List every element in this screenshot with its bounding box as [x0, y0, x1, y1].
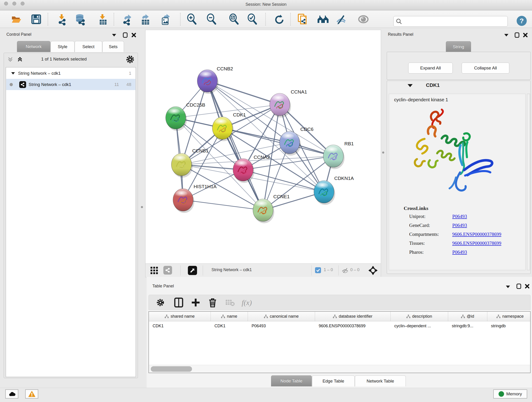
string-network-badge-icon[interactable] [163, 266, 172, 274]
tab-network[interactable]: Network [17, 41, 51, 52]
first-neighbors-icon[interactable] [317, 14, 329, 25]
float-panel-icon[interactable] [111, 32, 118, 38]
table-horizontal-scrollbar[interactable] [149, 365, 530, 373]
scrollbar-thumb[interactable] [151, 366, 192, 372]
import-network-file-icon[interactable] [56, 14, 67, 25]
hide-selected-icon[interactable] [336, 14, 347, 25]
column-header-shared-name[interactable]: shared name [149, 312, 211, 321]
close-panel-icon[interactable] [524, 283, 531, 290]
tab-string-results[interactable]: String [446, 41, 471, 52]
cloud-services-button[interactable] [5, 389, 18, 399]
network-node-CCNA1[interactable] [270, 93, 291, 118]
current-network-title: String Network – cdk1 [211, 268, 252, 272]
tab-node-table[interactable]: Node Table [271, 375, 312, 386]
pan-crosshair-icon[interactable] [368, 266, 378, 276]
column-header-name[interactable]: name [211, 312, 248, 321]
network-options-gear-icon[interactable] [126, 55, 135, 65]
help-button[interactable]: ? [517, 16, 527, 26]
float-panel-icon[interactable] [503, 32, 510, 38]
node-label-CCNA1: CCNA1 [291, 89, 307, 95]
collapse-all-button[interactable]: Collapse All [462, 63, 509, 74]
entry-collapse-caret[interactable] [408, 84, 413, 87]
network-node-CDC25B[interactable] [166, 107, 187, 131]
network-node-HIST1H1A[interactable] [173, 189, 194, 213]
delete-table-icon[interactable] [225, 297, 235, 308]
crosslink-value-link[interactable]: 9606.ENSP00000378699 [452, 240, 501, 246]
table-options-gear-icon[interactable] [155, 297, 166, 308]
network-node-CCNB2[interactable] [197, 70, 219, 94]
table-cell[interactable]: 9606.ENSP00000378699 [315, 321, 391, 331]
function-builder-icon[interactable]: f(x) [241, 297, 252, 308]
export-image-icon[interactable] [160, 14, 171, 25]
maximize-panel-icon[interactable] [514, 32, 520, 38]
crosslink-value-link[interactable]: P06493 [452, 223, 467, 228]
collection-expand-caret[interactable] [11, 72, 15, 75]
tab-edge-table[interactable]: Edge Table [312, 375, 355, 386]
show-columns-icon[interactable] [173, 297, 184, 308]
crosslink-value-link[interactable]: P06493 [452, 249, 467, 255]
crosslink-value-link[interactable]: 9606.ENSP00000378699 [452, 231, 501, 237]
tab-sets[interactable]: Sets [102, 41, 124, 52]
network-node-CCNE1[interactable] [253, 199, 274, 223]
memory-button[interactable]: Memory [493, 389, 527, 399]
table-cell[interactable]: stringdb:9... [448, 321, 487, 331]
save-session-icon[interactable] [31, 14, 42, 25]
maximize-panel-icon[interactable] [122, 32, 129, 38]
export-table-icon[interactable] [140, 14, 151, 25]
tab-select[interactable]: Select [75, 41, 102, 52]
column-header--id[interactable]: @id [448, 312, 487, 321]
warnings-button[interactable] [25, 389, 38, 399]
network-edge-HIST1H1A-CCNE1[interactable] [183, 200, 263, 210]
window-title: Session: New Session [0, 2, 532, 7]
network-node-CCNA2[interactable] [233, 159, 254, 183]
column-header-canonical-name[interactable]: canonical name [248, 312, 315, 321]
expand-all-button[interactable]: Expand All [408, 63, 453, 74]
export-network-icon[interactable] [122, 14, 133, 25]
zoom-selected-icon[interactable] [247, 14, 258, 25]
open-file-icon[interactable] [11, 14, 22, 25]
crosslink-value-link[interactable]: P06493 [452, 214, 467, 219]
maximize-panel-icon[interactable] [515, 283, 522, 290]
float-panel-icon[interactable] [505, 283, 511, 290]
import-table-file-icon[interactable] [97, 14, 108, 25]
apply-layout-refresh-icon[interactable] [273, 14, 284, 25]
tab-style[interactable]: Style [51, 41, 75, 52]
left-splitter-handle[interactable] [141, 206, 143, 208]
close-panel-icon[interactable] [522, 32, 529, 38]
copy-style-icon[interactable] [298, 14, 308, 25]
results-scrollbar[interactable] [527, 94, 530, 270]
show-all-icon[interactable] [358, 14, 369, 25]
close-panel-icon[interactable] [130, 32, 137, 38]
crosslink-label: Tissues: [409, 240, 452, 246]
column-header-label: shared name [171, 314, 195, 319]
table-cell[interactable]: stringdb [487, 321, 531, 331]
zoom-out-icon[interactable] [206, 14, 217, 25]
search-input[interactable] [402, 19, 505, 24]
table-cell[interactable]: CDK1 [149, 321, 211, 331]
zoom-fit-icon[interactable] [228, 14, 239, 25]
network-edge-CDK1-RB1[interactable] [222, 128, 333, 156]
table-cell[interactable]: CDK1 [211, 321, 248, 331]
column-header-namespace[interactable]: namespace [487, 312, 531, 321]
birds-eye-view-icon[interactable] [150, 266, 158, 275]
column-header-description[interactable]: description [391, 312, 448, 321]
network-collection-row[interactable]: String Network – cdk1 1 [6, 68, 135, 79]
network-node-RB1[interactable] [323, 145, 345, 169]
delete-column-icon[interactable] [207, 297, 218, 308]
column-header-database-identifier[interactable]: database identifier [315, 312, 391, 321]
table-cell[interactable]: P06493 [248, 321, 315, 331]
network-row-selected[interactable]: String Network – cdk1 11 48 [6, 79, 135, 90]
create-column-icon[interactable] [190, 297, 201, 308]
table-cell[interactable]: cyclin–dependent ... [391, 321, 448, 331]
network-edge-CCNB2-CCNE1[interactable] [207, 81, 263, 210]
open-in-browser-icon[interactable] [188, 266, 197, 275]
network-node-count: 11 [114, 82, 119, 87]
zoom-in-icon[interactable] [186, 14, 197, 25]
network-canvas[interactable]: CCNB2CCNA1CDC25BCDK1CDC6RB1CCNB1CCNA2CDK… [146, 30, 381, 263]
network-node-CDKN1A[interactable] [314, 181, 335, 205]
network-node-CDK1[interactable] [212, 117, 234, 141]
right-splitter-handle[interactable] [382, 152, 384, 153]
import-network-database-icon[interactable] [75, 14, 86, 25]
selected-items-checkbox-icon[interactable] [315, 267, 321, 273]
tab-network-table[interactable]: Network Table [355, 375, 406, 386]
